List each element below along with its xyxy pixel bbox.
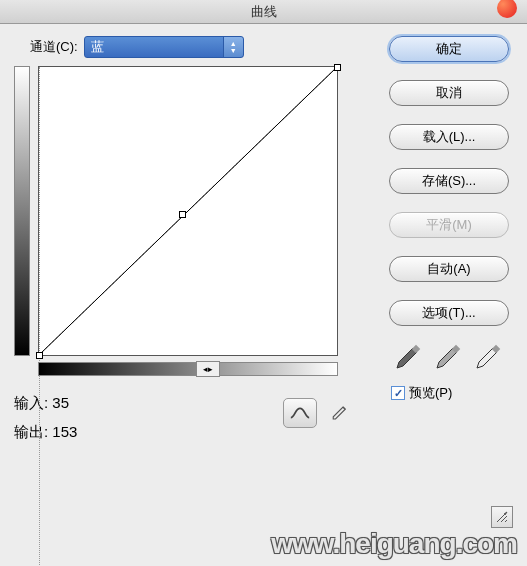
preview-label: 预览(P) (409, 384, 452, 402)
ok-button[interactable]: 确定 (389, 36, 509, 62)
curve-handle[interactable] (334, 64, 341, 71)
window-titlebar: 曲线 (0, 0, 527, 24)
curve-graph[interactable] (38, 66, 338, 356)
save-button[interactable]: 存储(S)... (389, 168, 509, 194)
curve-handle[interactable] (36, 352, 43, 359)
resize-grip-icon[interactable] (491, 506, 513, 528)
channel-select[interactable]: 蓝 ▲▼ (84, 36, 244, 58)
close-icon[interactable] (497, 0, 517, 18)
gradient-midpoint-handle[interactable]: ◂▸ (196, 361, 220, 377)
watermark: www.heiguang.com (0, 528, 527, 560)
channel-select-value: 蓝 (91, 38, 104, 56)
preview-checkbox[interactable]: ✓ (391, 386, 405, 400)
chevron-updown-icon: ▲▼ (223, 37, 243, 57)
horizontal-gradient (38, 362, 338, 376)
window-title: 曲线 (251, 4, 277, 19)
eyedropper-white-icon[interactable] (471, 344, 501, 370)
smooth-button: 平滑(M) (389, 212, 509, 238)
options-button[interactable]: 选项(T)... (389, 300, 509, 326)
channel-label: 通道(C): (30, 38, 78, 56)
vertical-gradient (14, 66, 30, 356)
curve-line (39, 67, 337, 355)
svg-line-1 (39, 67, 337, 355)
cancel-button[interactable]: 取消 (389, 80, 509, 106)
auto-button[interactable]: 自动(A) (389, 256, 509, 282)
eyedropper-gray-icon[interactable] (431, 344, 461, 370)
load-button[interactable]: 载入(L)... (389, 124, 509, 150)
curve-handle[interactable] (179, 211, 186, 218)
eyedropper-black-icon[interactable] (391, 344, 421, 370)
